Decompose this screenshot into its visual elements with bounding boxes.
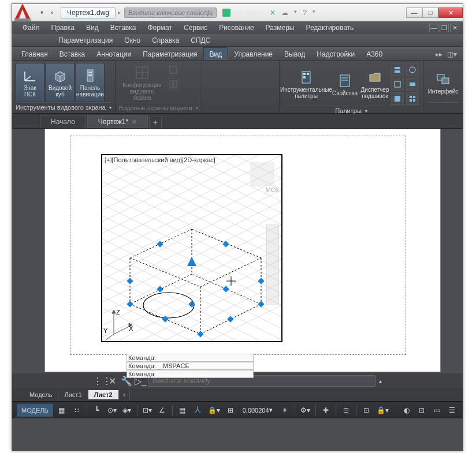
doc-minimize-button[interactable]: — xyxy=(429,24,438,32)
menu-format[interactable]: Формат xyxy=(142,23,178,33)
cmd-drag-handle-icon[interactable]: ⋮⋮ xyxy=(93,376,103,387)
axis-x-label: X xyxy=(129,325,133,332)
menu-tools[interactable]: Сервис xyxy=(178,23,213,33)
close-button[interactable]: ✕ xyxy=(438,8,463,18)
layout-sheet1[interactable]: Лист1 xyxy=(58,390,88,399)
properties-button[interactable]: Свойства xyxy=(330,63,359,106)
otrack-icon[interactable]: ∠ xyxy=(156,404,169,417)
grid-icon[interactable]: ▦ xyxy=(55,404,68,417)
doctab-drawing1[interactable]: Чертеж1*✕ xyxy=(87,115,148,128)
svg-rect-7 xyxy=(170,66,177,73)
iso-icon[interactable]: ◈▾ xyxy=(121,404,133,417)
lock-viewport-icon[interactable]: 🔒▾ xyxy=(206,404,222,417)
customize-status-icon[interactable]: ☰ xyxy=(445,404,458,417)
tab-insert[interactable]: Вставка xyxy=(54,48,91,60)
tab-manage[interactable]: Управление xyxy=(228,48,278,60)
clean-screen-icon[interactable]: ▭ xyxy=(430,404,443,417)
doctab-start[interactable]: Начало xyxy=(40,115,86,128)
search-input[interactable] xyxy=(124,8,217,18)
ribbon-panel-icon[interactable]: ◫▾ xyxy=(447,50,457,58)
tab-output[interactable]: Вывод xyxy=(278,48,311,60)
viewport[interactable]: [+][Пользовательский вид][2D-каркас] МСК xyxy=(101,154,282,342)
snap-icon[interactable]: ∷ xyxy=(70,404,83,417)
menu-window[interactable]: Окно xyxy=(118,35,146,46)
units-icon[interactable]: ⊡ xyxy=(340,404,352,417)
menu-file[interactable]: Файл xyxy=(17,23,46,33)
doc-dropdown-icon[interactable]: ▸ xyxy=(118,9,121,16)
cmd-history-icon[interactable]: ▴ xyxy=(379,378,382,384)
layout-model[interactable]: Модель xyxy=(24,390,58,399)
active-document-tab[interactable]: Чертеж1.dwg xyxy=(61,7,116,18)
ribbon-more-icon[interactable]: ▸▸ xyxy=(436,50,442,58)
menu-help[interactable]: Справка xyxy=(146,35,185,46)
tab-parametric[interactable]: Параметризация xyxy=(137,48,203,60)
viewport-scale[interactable]: 0.000204 ▾ xyxy=(239,404,276,417)
view-cube[interactable] xyxy=(250,162,274,186)
menu-dimension[interactable]: Размеры xyxy=(260,23,300,33)
help-icon[interactable]: ? xyxy=(303,9,307,17)
svg-rect-24 xyxy=(413,96,415,98)
tab-home[interactable]: Главная xyxy=(16,48,54,60)
maximize-button[interactable]: □ xyxy=(422,8,438,18)
qat-customize-icon[interactable]: ▾ xyxy=(38,9,46,17)
cloud-icon[interactable]: ☁ xyxy=(281,9,288,17)
tab-view[interactable]: Вид xyxy=(203,47,229,60)
menu-draw[interactable]: Рисование xyxy=(213,23,259,33)
menu-insert[interactable]: Вставка xyxy=(105,23,142,33)
layout-tabs: Модель Лист1 Лист2 + xyxy=(12,388,463,401)
panel-label-palettes[interactable]: Палитры xyxy=(283,106,419,115)
pal-small-5[interactable] xyxy=(406,78,419,91)
sheet-set-manager-button[interactable]: Диспетчер подшивок xyxy=(360,63,389,106)
scale-icon[interactable]: ⊞ xyxy=(224,404,237,417)
exchange-icon[interactable]: ✕ xyxy=(270,9,276,17)
add-layout-button[interactable]: + xyxy=(119,390,130,399)
pal-small-3[interactable] xyxy=(391,92,404,105)
svg-rect-88 xyxy=(157,286,163,292)
panel-label-viewport-tools[interactable]: Инструменты видового экрана xyxy=(16,102,111,112)
anno-monitor-icon[interactable]: ✚ xyxy=(319,404,332,417)
annotation-scale-icon[interactable]: ▤ xyxy=(176,404,189,417)
workspace-icon[interactable]: ⚙▾ xyxy=(299,404,312,417)
menu-modify[interactable]: Редактировать xyxy=(300,23,359,33)
ucs-icon-button[interactable]: Знак ПСК xyxy=(16,63,44,102)
nav-bar-button[interactable]: Панель навигации xyxy=(76,63,105,102)
polar-icon[interactable]: ⊙▾ xyxy=(106,404,118,417)
ortho-icon[interactable]: ┗ xyxy=(91,404,103,417)
menu-spds[interactable]: СПДС xyxy=(185,35,216,46)
doc-restore-button[interactable]: ❐ xyxy=(440,24,449,32)
pal-small-4[interactable] xyxy=(406,63,419,76)
menubar-row2: Параметризация Окно Справка СПДС xyxy=(12,34,463,47)
lock-ui-icon[interactable]: 🔒▾ xyxy=(375,404,391,417)
pal-small-6[interactable] xyxy=(406,92,419,105)
doc-close-button[interactable]: ✕ xyxy=(450,24,459,32)
svg-rect-82 xyxy=(127,301,133,307)
navigation-bar[interactable] xyxy=(266,224,279,305)
menu-edit[interactable]: Правка xyxy=(46,23,81,33)
minimize-button[interactable]: — xyxy=(406,8,422,18)
pal-small-1[interactable] xyxy=(391,63,404,76)
hardware-accel-icon[interactable]: ⊡ xyxy=(415,404,428,417)
osnap-icon[interactable]: ⊡▾ xyxy=(141,404,154,417)
qat-expand-icon[interactable]: » xyxy=(48,9,56,17)
isolate-icon[interactable]: ◐ xyxy=(400,404,413,417)
layout-sheet2[interactable]: Лист2 xyxy=(88,390,119,399)
tool-palettes-button[interactable]: Инструментальные палитры xyxy=(283,63,329,106)
view-cube-button[interactable]: Видовой куб xyxy=(46,63,75,102)
menu-view[interactable]: Вид xyxy=(80,23,105,33)
close-icon[interactable]: ✕ xyxy=(132,118,137,126)
cmd-close-icon[interactable]: ✕ xyxy=(107,376,117,387)
menu-parametric[interactable]: Параметризация xyxy=(53,35,118,46)
pal-small-2[interactable] xyxy=(391,78,404,91)
new-tab-button[interactable]: + xyxy=(149,117,162,128)
model-paper-toggle[interactable]: МОДЕЛЬ xyxy=(17,404,53,417)
quick-props-icon[interactable]: ⊡ xyxy=(360,404,373,417)
lineweight-icon[interactable]: 人 xyxy=(191,404,204,417)
anno-visibility-icon[interactable]: ✴ xyxy=(278,404,291,417)
user-account[interactable]: kok-8989 ▾ xyxy=(222,9,264,17)
tab-a360[interactable]: A360 xyxy=(360,48,388,60)
drawing-area[interactable]: [+][Пользовательский вид][2D-каркас] МСК xyxy=(12,129,463,373)
app-menu-button[interactable] xyxy=(12,1,33,22)
interface-button[interactable]: Интерфейс xyxy=(427,63,459,102)
tab-annotate[interactable]: Аннотации xyxy=(91,48,137,60)
tab-addins[interactable]: Надстройки xyxy=(311,48,360,60)
